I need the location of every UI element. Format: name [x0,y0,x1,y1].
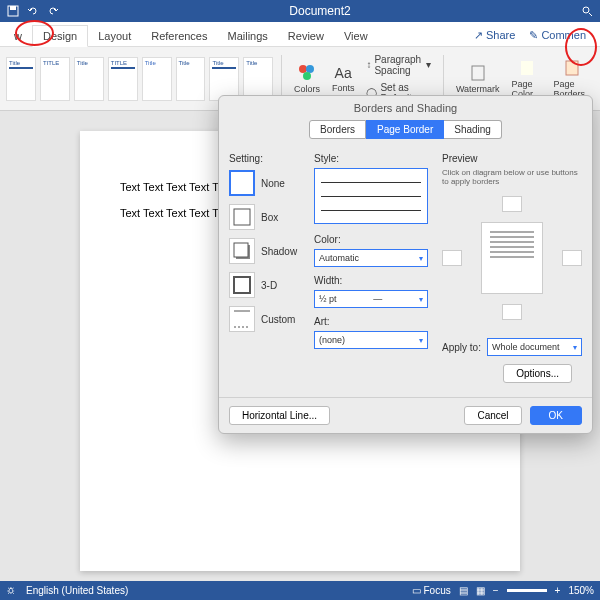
tab-references[interactable]: References [141,26,217,46]
tab-review[interactable]: Review [278,26,334,46]
theme-tile[interactable]: Title [243,57,273,101]
setting-custom[interactable]: Custom [229,304,304,334]
dialog-tabs: Borders Page Border Shading [219,120,592,145]
fonts-button[interactable]: AaFonts [328,63,359,95]
svg-rect-10 [234,209,250,225]
watermark-button[interactable]: Watermark [452,62,504,96]
svg-point-5 [306,65,314,73]
search-icon[interactable] [580,4,594,18]
art-label: Art: [314,316,432,327]
apply-to-label: Apply to: [442,342,481,353]
setting-box[interactable]: Box [229,202,304,232]
page-borders-button[interactable]: Page Borders [549,57,594,101]
tab-view[interactable]: View [334,26,378,46]
colors-button[interactable]: Colors [290,62,324,96]
svg-rect-1 [10,6,16,10]
tab-prev[interactable]: w [4,26,32,46]
svg-rect-8 [521,61,533,75]
setting-label: Setting: [229,153,304,164]
art-select[interactable]: (none)▾ [314,331,428,349]
ribbon-tabs: w Design Layout References Mailings Revi… [0,22,600,47]
tab-shading[interactable]: Shading [444,120,502,139]
width-select[interactable]: ½ pt—▾ [314,290,428,308]
zoom-in[interactable]: + [555,585,561,596]
borders-shading-dialog: Borders and Shading Borders Page Border … [218,95,593,434]
theme-tile[interactable]: Title [176,57,206,101]
svg-point-6 [303,72,311,80]
horizontal-line-button[interactable]: Horizontal Line... [229,406,330,425]
accessibility-icon[interactable]: ⛭ [6,585,16,596]
focus-mode[interactable]: ▭ Focus [412,585,451,596]
tab-mailings[interactable]: Mailings [218,26,278,46]
ok-button[interactable]: OK [530,406,582,425]
zoom-out[interactable]: − [493,585,499,596]
save-icon[interactable] [6,4,20,18]
zoom-slider[interactable] [507,589,547,592]
language-status[interactable]: English (United States) [26,585,128,596]
svg-point-2 [583,7,589,13]
zoom-level[interactable]: 150% [568,585,594,596]
border-bottom-toggle[interactable] [502,304,522,320]
setting-3d[interactable]: 3-D [229,270,304,300]
paragraph-spacing-button[interactable]: ↕ Paragraph Spacing ▾ [362,52,435,78]
theme-tile[interactable]: Title [74,57,104,101]
border-left-toggle[interactable] [442,250,462,266]
status-bar: ⛭ English (United States) ▭ Focus ▤ ▦ − … [0,581,600,600]
svg-rect-7 [472,66,484,80]
comments-button[interactable]: ✎ Commen [525,25,590,46]
svg-rect-13 [234,277,250,293]
svg-rect-12 [234,243,248,257]
theme-tile[interactable]: TITLE [40,57,70,101]
theme-tile[interactable]: Title [209,57,239,101]
color-select[interactable]: Automatic▾ [314,249,428,267]
document-title: Document2 [60,4,580,18]
cancel-button[interactable]: Cancel [464,406,521,425]
page-color-button[interactable]: Page Color [508,57,546,101]
preview-diagram[interactable] [481,222,543,294]
preview-label: Preview [442,153,582,164]
apply-to-select[interactable]: Whole document▾ [487,338,582,356]
redo-icon[interactable] [46,4,60,18]
options-button[interactable]: Options... [503,364,572,383]
tab-page-border[interactable]: Page Border [366,120,444,139]
style-selector[interactable] [314,168,428,224]
view-web-icon[interactable]: ▦ [476,585,485,596]
view-print-icon[interactable]: ▤ [459,585,468,596]
tab-borders[interactable]: Borders [309,120,366,139]
border-top-toggle[interactable] [502,196,522,212]
color-label: Color: [314,234,432,245]
theme-tile[interactable]: Title [142,57,172,101]
preview-hint: Click on diagram below or use buttons to… [442,168,582,186]
tab-layout[interactable]: Layout [88,26,141,46]
title-bar: Document2 [0,0,600,22]
setting-shadow[interactable]: Shadow [229,236,304,266]
svg-point-4 [299,65,307,73]
setting-none[interactable]: None [229,168,304,198]
undo-icon[interactable] [26,4,40,18]
style-label: Style: [314,153,432,164]
border-right-toggle[interactable] [562,250,582,266]
tab-design[interactable]: Design [32,25,88,47]
dialog-title: Borders and Shading [219,96,592,120]
share-button[interactable]: ↗ Share [470,25,519,46]
width-label: Width: [314,275,432,286]
theme-tile[interactable]: TITLE [108,57,138,101]
svg-line-3 [589,13,592,16]
svg-rect-9 [566,61,578,75]
theme-tile[interactable]: Title [6,57,36,101]
